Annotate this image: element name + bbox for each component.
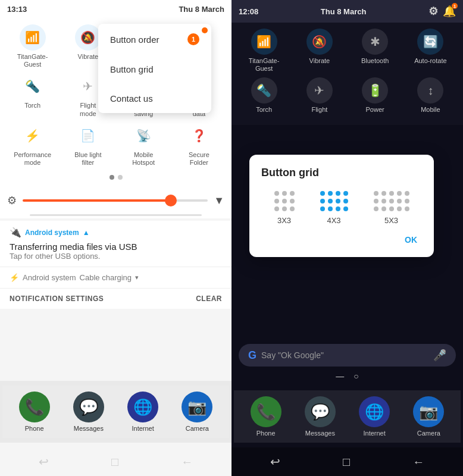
dock-phone-left[interactable]: 📞 Phone — [19, 392, 50, 432]
dropdown-button-order[interactable]: Button order 1 — [98, 24, 211, 55]
qs-torch-left[interactable]: 🔦 Torch — [11, 73, 54, 117]
nav-back-left[interactable]: ↩ — [39, 455, 49, 469]
gd — [274, 199, 279, 203]
notif-expand-icon[interactable]: ▲ — [83, 228, 90, 237]
dock-internet-label-left: Internet — [132, 425, 154, 432]
phone-icon-left: 📞 — [19, 392, 50, 422]
qs-wifi-left[interactable]: 📶 TitanGate-Guest — [11, 24, 54, 68]
nav-back-right[interactable]: ↩ — [270, 455, 280, 469]
gd — [328, 199, 333, 203]
notif-footer: NOTIFICATION SETTINGS CLEAR — [0, 288, 232, 309]
dock-messages-label-left: Messages — [74, 425, 104, 432]
gd — [320, 191, 325, 196]
torch-icon-left: 🔦 — [20, 73, 46, 99]
orange-badge-dot — [202, 27, 208, 33]
wifi-icon-left: 📶 — [20, 24, 46, 51]
qs-bluelight-left[interactable]: 📄 Blue lightfilter — [67, 123, 110, 167]
notification-settings-button[interactable]: NOTIFICATION SETTINGS — [10, 295, 104, 303]
time-right: 12:08 — [239, 7, 258, 16]
dock-camera-right[interactable]: 📷 Camera — [413, 396, 444, 437]
internet-icon-left: 🌐 — [127, 392, 158, 422]
qs-wifi-right[interactable]: 📶 TitanGate-Guest — [243, 29, 286, 73]
clear-button[interactable]: CLEAR — [196, 295, 222, 303]
dropdown-contact-us[interactable]: Contact us — [98, 84, 211, 113]
qs-secure-left[interactable]: ❓ SecureFolder — [177, 123, 220, 167]
gd — [290, 191, 295, 196]
qs-row-1-right: 📶 TitanGate-Guest 🔕 Vibrate ✱ Bluetooth … — [236, 29, 458, 73]
flight-icon-left: ✈ — [75, 73, 101, 99]
qs-autorotate-right[interactable]: 🔄 Auto-rotate — [409, 29, 452, 73]
ok-button[interactable]: OK — [400, 233, 422, 247]
gd — [381, 206, 386, 211]
dock-phone-right[interactable]: 📞 Phone — [251, 396, 281, 437]
qs-hotspot-left[interactable]: 📡 MobileHotspot — [122, 123, 165, 167]
qs-bluelight-label-left: Blue lightfilter — [74, 151, 101, 167]
microphone-icon[interactable]: 🎤 — [433, 349, 446, 362]
vibrate-icon-left: 🔕 — [75, 24, 101, 51]
gd — [343, 206, 348, 211]
gd — [320, 199, 325, 203]
notif-title: Transferring media files via USB — [10, 242, 222, 252]
gd — [290, 199, 295, 203]
cable-dropdown-icon[interactable]: ▾ — [135, 274, 139, 281]
secure-icon-left: ❓ — [186, 123, 212, 149]
qs-performance-left[interactable]: ⚡ Performancemode — [11, 123, 54, 167]
dock-camera-label-right: Camera — [417, 430, 440, 437]
grid-option-5x3[interactable]: 5X3 — [374, 191, 409, 225]
dock-camera-left[interactable]: 📷 Camera — [182, 392, 212, 432]
qs-power-right[interactable]: 🔋 Power — [353, 77, 396, 114]
cable-row: ⚡ Android system Cable charging ▾ — [0, 267, 232, 288]
nav-home-left[interactable]: □ — [111, 455, 118, 469]
google-logo: G — [248, 349, 256, 362]
notif-header: 🔌 Android system ▲ — [10, 227, 222, 238]
gd — [282, 191, 287, 196]
dropdown-menu: Button order 1 Button grid Contact us — [98, 24, 211, 113]
qs-vibrate-label-right: Vibrate — [309, 57, 330, 65]
gd — [397, 199, 402, 203]
dock-messages-right[interactable]: 💬 Messages — [305, 396, 336, 437]
qs-torch-right[interactable]: 🔦 Torch — [243, 77, 286, 114]
grid-option-3x3[interactable]: 3X3 — [274, 191, 295, 225]
dock-phone-label-right: Phone — [256, 430, 276, 437]
gd — [336, 191, 340, 196]
power-icon-right: 🔋 — [362, 77, 388, 104]
google-search-bar[interactable]: G Say "Ok Google" 🎤 — [239, 344, 456, 367]
dropdown-button-grid[interactable]: Button grid — [98, 55, 211, 84]
camera-icon-left: 📷 — [182, 392, 212, 422]
gd — [336, 206, 340, 211]
notif-badge-dot-right: 1 — [452, 3, 458, 9]
gd — [343, 191, 348, 196]
qs-torch-label-right: Torch — [256, 106, 272, 114]
gd — [405, 191, 409, 196]
cable-system-label: Android system — [23, 273, 76, 282]
time-left: 13:13 — [7, 5, 27, 14]
brightness-chevron-icon[interactable]: ▼ — [214, 195, 224, 207]
nav-recents-left[interactable]: ← — [181, 455, 193, 469]
qs-vibrate-right[interactable]: 🔕 Vibrate — [298, 29, 341, 73]
gd — [328, 206, 333, 211]
qs-flight-label-right: Flight — [311, 106, 327, 114]
nav-recents-right[interactable]: ← — [412, 455, 424, 469]
dock-internet-right[interactable]: 🌐 Internet — [359, 396, 390, 437]
grid-option-4x3[interactable]: 4X3 — [320, 191, 348, 225]
notification-badge-right[interactable]: 🔔 1 — [443, 5, 456, 18]
autorotate-icon-right: 🔄 — [417, 29, 443, 55]
gd — [405, 199, 409, 203]
qs-row-3-left: ⚡ Performancemode 📄 Blue lightfilter 📡 M… — [5, 123, 227, 167]
brightness-slider-left[interactable] — [23, 199, 208, 202]
gear-icon-right[interactable]: ⚙ — [428, 5, 438, 18]
qs-flight-label-left: Flightmode — [80, 102, 96, 117]
gd — [274, 191, 279, 196]
qs-bluetooth-right[interactable]: ✱ Bluetooth — [353, 29, 396, 73]
grid-dots-5x3 — [374, 191, 409, 211]
cable-lightning-icon: ⚡ — [10, 273, 19, 282]
qs-mobile-right[interactable]: ↕ Mobile — [409, 77, 452, 114]
gd — [389, 199, 394, 203]
torch-icon-right: 🔦 — [251, 77, 277, 104]
dock-internet-left[interactable]: 🌐 Internet — [127, 392, 158, 432]
qs-flight-right[interactable]: ✈ Flight — [298, 77, 341, 114]
gd — [405, 206, 409, 211]
gd — [397, 191, 402, 196]
dock-messages-left[interactable]: 💬 Messages — [73, 392, 104, 432]
nav-home-right[interactable]: □ — [343, 455, 350, 469]
